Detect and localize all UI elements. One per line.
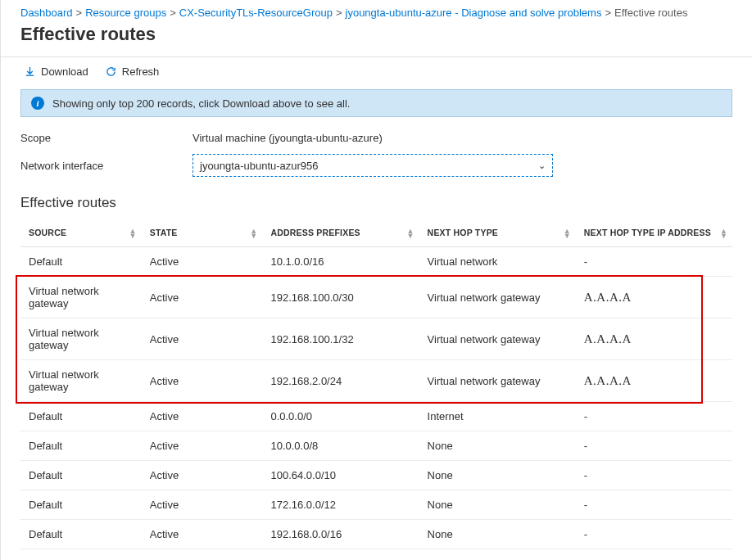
cell-prefix: 172.16.0.0/12 <box>262 490 419 520</box>
cell-state: Active <box>142 431 263 461</box>
breadcrumb: Dashboard > Resource groups > CX-Securit… <box>20 0 732 22</box>
breadcrumb-sep: > <box>76 7 83 19</box>
cell-nexthop: Virtual network gateway <box>419 318 576 360</box>
cell-state: Active <box>142 520 263 549</box>
breadcrumb-link-dashboard[interactable]: Dashboard <box>20 7 73 19</box>
cell-nexthop: Virtual network gateway <box>419 277 576 318</box>
cell-nexthop: None <box>419 461 576 490</box>
col-ip-label: NEXT HOP TYPE IP ADDRESS <box>584 228 711 237</box>
col-prefix-label: ADDRESS PREFIXES <box>270 228 360 237</box>
download-button[interactable]: Download <box>24 65 88 78</box>
breadcrumb-sep: > <box>170 7 176 19</box>
table-row: DefaultActive10.0.0.0/8None- <box>20 431 732 461</box>
breadcrumb-sep: > <box>605 7 611 19</box>
cell-nexthop: None <box>419 490 576 520</box>
col-state-label: STATE <box>150 228 178 237</box>
cell-ip: - <box>576 520 732 549</box>
cell-prefix: 192.168.100.0/30 <box>262 277 419 318</box>
table-row: Virtual network gatewayActive192.168.100… <box>20 277 732 318</box>
table-row: Virtual network gatewayActive192.168.2.0… <box>20 360 732 402</box>
cell-state: Active <box>142 461 263 490</box>
cell-nexthop: Virtual network <box>419 247 576 277</box>
cell-ip: A.A.A.A <box>576 360 732 402</box>
breadcrumb-link-diagnose[interactable]: jyoungta-ubuntu-azure - Diagnose and sol… <box>346 7 602 19</box>
cell-state: Active <box>142 402 263 431</box>
cell-source: Default <box>20 490 142 520</box>
sort-icon: ▲▼ <box>129 228 137 238</box>
cell-source: Default <box>20 247 142 277</box>
download-icon <box>24 65 36 78</box>
cell-prefix: 10.0.0.0/8 <box>262 431 419 461</box>
cell-source: Virtual network gateway <box>20 277 142 318</box>
table-row: DefaultActive0.0.0.0/0Internet- <box>20 402 732 431</box>
sort-icon: ▲▼ <box>250 228 257 238</box>
sort-icon: ▲▼ <box>720 228 727 238</box>
breadcrumb-sep: > <box>336 7 342 19</box>
cell-nexthop: Virtual network gateway <box>419 360 576 402</box>
toolbar: Download Refresh <box>20 57 732 86</box>
cell-source: Virtual network gateway <box>20 318 142 360</box>
cell-ip: - <box>576 461 732 490</box>
cell-state: Active <box>142 277 263 318</box>
cell-source: Default <box>20 520 142 549</box>
cell-source: Virtual network gateway <box>20 360 142 402</box>
cell-prefix: 192.168.0.0/16 <box>262 520 419 549</box>
cell-nexthop: None <box>419 520 576 549</box>
table-row: DefaultActive192.168.0.0/16None- <box>20 520 732 549</box>
cell-state: Active <box>142 490 263 520</box>
cell-prefix: 10.1.0.0/16 <box>262 247 419 277</box>
routes-table: SOURCE ▲▼ STATE ▲▼ ADDRESS PREFIXES ▲▼ N… <box>20 219 732 549</box>
network-interface-select[interactable]: jyoungta-ubuntu-azur956 ⌄ <box>193 154 553 177</box>
cell-prefix: 100.64.0.0/10 <box>262 461 419 490</box>
cell-nexthop: Internet <box>419 402 576 431</box>
info-bar-text: Showing only top 200 records, click Down… <box>52 97 351 110</box>
breadcrumb-link-resource-groups[interactable]: Resource groups <box>85 7 166 19</box>
refresh-icon <box>105 65 117 78</box>
table-row: DefaultActive172.16.0.0/12None- <box>20 490 732 520</box>
scope-value: Virtual machine (jyoungta-ubuntu-azure) <box>193 132 383 144</box>
scope-label: Scope <box>20 132 193 144</box>
cell-ip: A.A.A.A <box>576 277 732 318</box>
chevron-down-icon: ⌄ <box>538 160 546 171</box>
cell-state: Active <box>142 360 263 402</box>
cell-state: Active <box>142 247 263 277</box>
column-header-state[interactable]: STATE ▲▼ <box>142 219 263 247</box>
nic-label: Network interface <box>20 160 193 172</box>
col-source-label: SOURCE <box>29 228 66 237</box>
cell-state: Active <box>142 318 263 360</box>
info-bar: i Showing only top 200 records, click Do… <box>20 89 732 117</box>
breadcrumb-current: Effective routes <box>614 7 687 19</box>
column-header-nexthop[interactable]: NEXT HOP TYPE ▲▼ <box>419 219 576 247</box>
refresh-label: Refresh <box>122 65 160 78</box>
table-row: Virtual network gatewayActive192.168.100… <box>20 318 732 360</box>
cell-ip: - <box>576 402 732 431</box>
cell-ip: - <box>576 490 732 520</box>
cell-source: Default <box>20 402 142 431</box>
cell-prefix: 192.168.100.1/32 <box>262 318 419 360</box>
sort-icon: ▲▼ <box>407 228 415 238</box>
column-header-prefix[interactable]: ADDRESS PREFIXES ▲▼ <box>262 219 419 247</box>
cell-nexthop: None <box>419 431 576 461</box>
column-header-source[interactable]: SOURCE ▲▼ <box>20 219 142 247</box>
sort-icon: ▲▼ <box>564 228 571 238</box>
cell-prefix: 0.0.0.0/0 <box>262 402 419 431</box>
cell-ip: A.A.A.A <box>576 318 732 360</box>
col-nexthop-label: NEXT HOP TYPE <box>428 228 498 237</box>
cell-ip: - <box>576 247 732 277</box>
cell-prefix: 192.168.2.0/24 <box>262 360 419 402</box>
cell-source: Default <box>20 461 142 490</box>
nic-selected-value: jyoungta-ubuntu-azur956 <box>200 160 319 172</box>
info-icon: i <box>31 97 44 110</box>
field-scope: Scope Virtual machine (jyoungta-ubuntu-a… <box>20 127 732 149</box>
download-label: Download <box>41 65 88 78</box>
table-row: DefaultActive10.1.0.0/16Virtual network- <box>20 247 732 277</box>
column-header-ip[interactable]: NEXT HOP TYPE IP ADDRESS ▲▼ <box>576 219 732 247</box>
cell-source: Default <box>20 431 142 461</box>
cell-ip: - <box>576 431 732 461</box>
subheading-effective-routes: Effective routes <box>20 182 732 219</box>
table-row: DefaultActive100.64.0.0/10None- <box>20 461 732 490</box>
page-title: Effective routes <box>20 22 732 56</box>
field-network-interface: Network interface jyoungta-ubuntu-azur95… <box>20 149 732 182</box>
refresh-button[interactable]: Refresh <box>105 65 160 78</box>
breadcrumb-link-rg[interactable]: CX-SecurityTLs-ResourceGroup <box>179 7 333 19</box>
